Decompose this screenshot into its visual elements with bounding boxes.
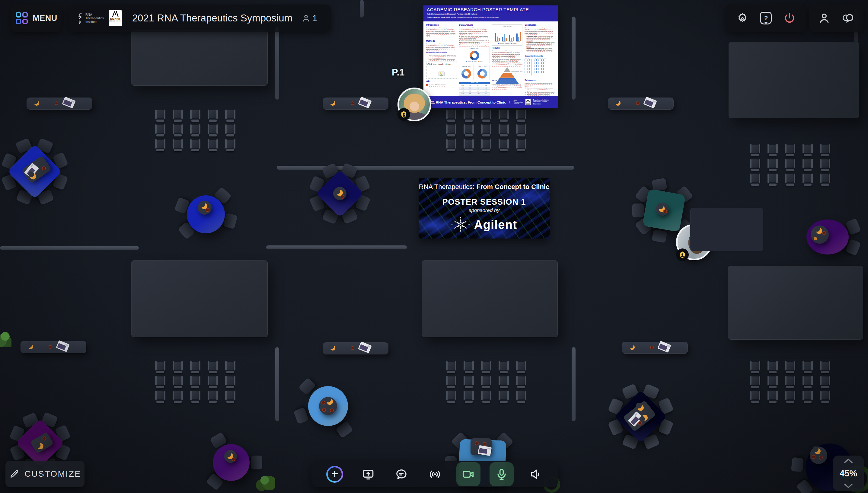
session-banner[interactable]: RNA Therapeutics: From Concept to Clinic… [419, 178, 550, 238]
croissant [642, 414, 648, 421]
coffee-cup [663, 210, 667, 213]
chair [802, 361, 813, 374]
chair [446, 391, 456, 403]
pyramid-chart [495, 67, 519, 84]
chair [652, 229, 667, 243]
plant [0, 329, 12, 347]
coffee-cup [205, 208, 209, 212]
croissant [34, 100, 40, 106]
chair [767, 144, 778, 157]
chat-panel-button[interactable] [390, 462, 414, 486]
help-button[interactable]: ? [760, 12, 772, 24]
zoom-in-button[interactable] [843, 458, 854, 464]
quiet-mode-button[interactable] [523, 462, 547, 486]
screen-share-button[interactable] [356, 462, 380, 486]
chevron-down-icon [843, 483, 854, 489]
laptop [657, 341, 671, 352]
chat-bubbles-icon [842, 12, 855, 24]
coffee-cup [636, 102, 640, 105]
chair [516, 124, 526, 137]
croissant [330, 100, 336, 106]
member-badge-icon [398, 108, 410, 121]
bar-chart-d: Chart D - Title categorycategorycategory… [492, 24, 523, 46]
chair [208, 376, 218, 389]
room-divider [572, 17, 576, 100]
member-badge-icon [676, 249, 689, 261]
umass-logo-small [526, 99, 531, 105]
chair [516, 110, 526, 122]
chair [208, 391, 218, 403]
reception-desk [622, 342, 688, 354]
camera-button[interactable] [456, 462, 481, 486]
chat-button[interactable] [842, 12, 855, 24]
zoom-out-button[interactable] [843, 483, 854, 489]
chair [481, 124, 491, 137]
room-divider [572, 347, 576, 421]
chair [225, 139, 236, 152]
coffee-cup [822, 231, 826, 235]
chair [208, 139, 218, 152]
chair [516, 361, 526, 374]
settings-button[interactable] [736, 12, 749, 24]
coffee-cup [340, 195, 344, 199]
chair [481, 139, 491, 152]
poster-table: Table 1 - Title 8.017.995.776.444.503.11… [459, 82, 490, 96]
menu-button[interactable]: MENU [11, 4, 62, 32]
question-icon: ? [760, 12, 772, 24]
chair [785, 144, 795, 157]
chair [293, 407, 309, 424]
chair [785, 391, 795, 403]
tray [656, 203, 668, 216]
donut-chart-c [477, 69, 487, 79]
poster-slot-label: P.1 [392, 67, 405, 78]
room-divider [266, 245, 407, 249]
chair [173, 139, 183, 152]
sponsor-name: Agilent [474, 218, 517, 232]
chair [190, 391, 200, 403]
microphone-button[interactable] [490, 462, 514, 486]
agilent-starburst-icon [451, 215, 470, 234]
pencil-icon [9, 469, 19, 479]
chair [750, 376, 760, 389]
chair [464, 391, 474, 403]
chair [446, 361, 456, 374]
image-icon [439, 71, 445, 77]
chair [767, 174, 778, 186]
chair [225, 361, 236, 374]
chair [173, 376, 183, 389]
chair [446, 376, 456, 389]
chair [481, 361, 491, 374]
participant-count[interactable]: 1 [302, 13, 317, 23]
dna-icon [509, 99, 511, 106]
customize-button[interactable]: CUSTOMIZE [5, 461, 85, 487]
whiteboard [422, 260, 558, 337]
laptop [56, 340, 69, 352]
laptop [358, 97, 372, 108]
chair [190, 124, 200, 137]
reception-desk [608, 98, 674, 110]
donut-chart-b [462, 69, 471, 79]
reception-desk [322, 98, 388, 110]
whiteboard [728, 266, 863, 340]
chair [223, 213, 238, 229]
chair [767, 376, 778, 389]
croissant [816, 227, 823, 235]
participants-button[interactable] [818, 12, 830, 24]
chair [785, 174, 795, 186]
chair [820, 159, 830, 171]
coffee-cup [54, 102, 58, 105]
leave-button[interactable] [783, 12, 796, 24]
chair [750, 174, 760, 186]
add-button[interactable]: + [322, 462, 347, 486]
coffee-cup [330, 408, 334, 412]
chair [190, 110, 200, 122]
broadcast-button[interactable] [423, 462, 447, 486]
chair [498, 110, 509, 122]
chair [802, 174, 813, 186]
person-icon [302, 14, 311, 23]
chair [336, 421, 353, 438]
room-divider [360, 0, 364, 18]
poster-object[interactable]: ACADEMIC RESEARCH POSTER TEMPLATE Subtit… [423, 5, 558, 108]
virtual-event-map: RNA Therapeutics: From Concept to Clinic… [0, 0, 868, 493]
coffee-cup [351, 346, 354, 350]
